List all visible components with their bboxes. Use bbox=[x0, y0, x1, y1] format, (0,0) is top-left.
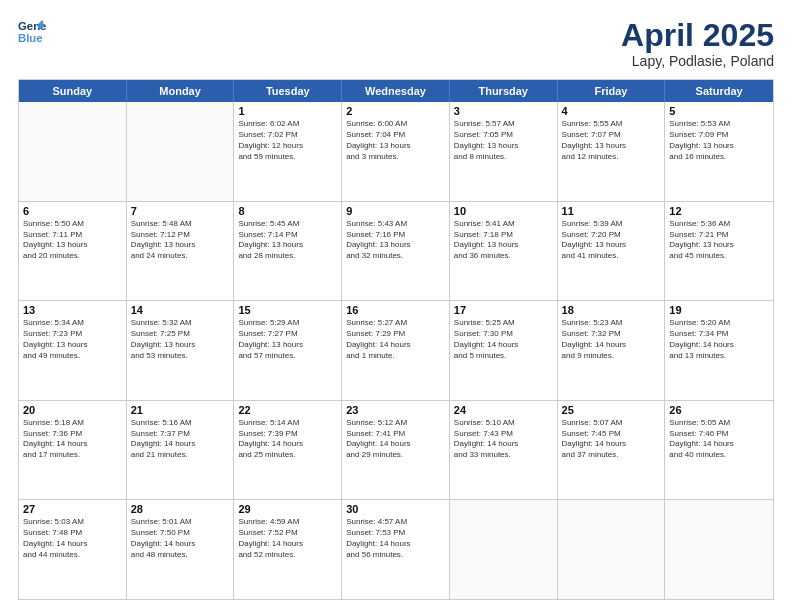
calendar-day: 18Sunrise: 5:23 AM Sunset: 7:32 PM Dayli… bbox=[558, 301, 666, 400]
day-number: 13 bbox=[23, 304, 122, 316]
day-info: Sunrise: 5:25 AM Sunset: 7:30 PM Dayligh… bbox=[454, 318, 553, 361]
day-number: 9 bbox=[346, 205, 445, 217]
empty-cell bbox=[450, 500, 558, 599]
weekday-header: Tuesday bbox=[234, 80, 342, 102]
calendar-day: 30Sunrise: 4:57 AM Sunset: 7:53 PM Dayli… bbox=[342, 500, 450, 599]
weekday-header: Friday bbox=[558, 80, 666, 102]
day-info: Sunrise: 5:01 AM Sunset: 7:50 PM Dayligh… bbox=[131, 517, 230, 560]
calendar-day: 3Sunrise: 5:57 AM Sunset: 7:05 PM Daylig… bbox=[450, 102, 558, 201]
calendar-day: 7Sunrise: 5:48 AM Sunset: 7:12 PM Daylig… bbox=[127, 202, 235, 301]
empty-cell bbox=[19, 102, 127, 201]
calendar-day: 5Sunrise: 5:53 AM Sunset: 7:09 PM Daylig… bbox=[665, 102, 773, 201]
calendar-day: 17Sunrise: 5:25 AM Sunset: 7:30 PM Dayli… bbox=[450, 301, 558, 400]
calendar-day: 2Sunrise: 6:00 AM Sunset: 7:04 PM Daylig… bbox=[342, 102, 450, 201]
day-info: Sunrise: 5:07 AM Sunset: 7:45 PM Dayligh… bbox=[562, 418, 661, 461]
calendar-day: 9Sunrise: 5:43 AM Sunset: 7:16 PM Daylig… bbox=[342, 202, 450, 301]
day-info: Sunrise: 5:03 AM Sunset: 7:48 PM Dayligh… bbox=[23, 517, 122, 560]
day-info: Sunrise: 5:48 AM Sunset: 7:12 PM Dayligh… bbox=[131, 219, 230, 262]
svg-text:Blue: Blue bbox=[18, 32, 43, 44]
day-info: Sunrise: 5:34 AM Sunset: 7:23 PM Dayligh… bbox=[23, 318, 122, 361]
day-number: 12 bbox=[669, 205, 769, 217]
day-info: Sunrise: 5:53 AM Sunset: 7:09 PM Dayligh… bbox=[669, 119, 769, 162]
day-number: 1 bbox=[238, 105, 337, 117]
day-number: 4 bbox=[562, 105, 661, 117]
day-info: Sunrise: 5:45 AM Sunset: 7:14 PM Dayligh… bbox=[238, 219, 337, 262]
day-info: Sunrise: 5:16 AM Sunset: 7:37 PM Dayligh… bbox=[131, 418, 230, 461]
day-number: 3 bbox=[454, 105, 553, 117]
day-info: Sunrise: 5:05 AM Sunset: 7:46 PM Dayligh… bbox=[669, 418, 769, 461]
weekday-header: Thursday bbox=[450, 80, 558, 102]
calendar-day: 21Sunrise: 5:16 AM Sunset: 7:37 PM Dayli… bbox=[127, 401, 235, 500]
day-number: 28 bbox=[131, 503, 230, 515]
calendar-day: 12Sunrise: 5:36 AM Sunset: 7:21 PM Dayli… bbox=[665, 202, 773, 301]
header: General Blue April 2025 Lapy, Podlasie, … bbox=[18, 18, 774, 69]
day-info: Sunrise: 5:10 AM Sunset: 7:43 PM Dayligh… bbox=[454, 418, 553, 461]
day-number: 30 bbox=[346, 503, 445, 515]
day-number: 10 bbox=[454, 205, 553, 217]
day-info: Sunrise: 5:32 AM Sunset: 7:25 PM Dayligh… bbox=[131, 318, 230, 361]
calendar-row: 20Sunrise: 5:18 AM Sunset: 7:36 PM Dayli… bbox=[19, 401, 773, 501]
empty-cell bbox=[665, 500, 773, 599]
calendar-row: 6Sunrise: 5:50 AM Sunset: 7:11 PM Daylig… bbox=[19, 202, 773, 302]
calendar-day: 1Sunrise: 6:02 AM Sunset: 7:02 PM Daylig… bbox=[234, 102, 342, 201]
calendar-body: 1Sunrise: 6:02 AM Sunset: 7:02 PM Daylig… bbox=[19, 102, 773, 599]
day-number: 17 bbox=[454, 304, 553, 316]
day-info: Sunrise: 5:57 AM Sunset: 7:05 PM Dayligh… bbox=[454, 119, 553, 162]
day-info: Sunrise: 5:20 AM Sunset: 7:34 PM Dayligh… bbox=[669, 318, 769, 361]
calendar-day: 8Sunrise: 5:45 AM Sunset: 7:14 PM Daylig… bbox=[234, 202, 342, 301]
day-info: Sunrise: 5:27 AM Sunset: 7:29 PM Dayligh… bbox=[346, 318, 445, 361]
day-info: Sunrise: 5:50 AM Sunset: 7:11 PM Dayligh… bbox=[23, 219, 122, 262]
calendar-day: 6Sunrise: 5:50 AM Sunset: 7:11 PM Daylig… bbox=[19, 202, 127, 301]
logo-icon: General Blue bbox=[18, 18, 46, 46]
page: General Blue April 2025 Lapy, Podlasie, … bbox=[0, 0, 792, 612]
calendar-day: 11Sunrise: 5:39 AM Sunset: 7:20 PM Dayli… bbox=[558, 202, 666, 301]
calendar-day: 29Sunrise: 4:59 AM Sunset: 7:52 PM Dayli… bbox=[234, 500, 342, 599]
day-info: Sunrise: 5:12 AM Sunset: 7:41 PM Dayligh… bbox=[346, 418, 445, 461]
calendar-day: 20Sunrise: 5:18 AM Sunset: 7:36 PM Dayli… bbox=[19, 401, 127, 500]
day-number: 22 bbox=[238, 404, 337, 416]
day-info: Sunrise: 6:00 AM Sunset: 7:04 PM Dayligh… bbox=[346, 119, 445, 162]
title-block: April 2025 Lapy, Podlasie, Poland bbox=[621, 18, 774, 69]
calendar-day: 19Sunrise: 5:20 AM Sunset: 7:34 PM Dayli… bbox=[665, 301, 773, 400]
weekday-header: Monday bbox=[127, 80, 235, 102]
calendar-row: 13Sunrise: 5:34 AM Sunset: 7:23 PM Dayli… bbox=[19, 301, 773, 401]
calendar-day: 28Sunrise: 5:01 AM Sunset: 7:50 PM Dayli… bbox=[127, 500, 235, 599]
calendar-day: 26Sunrise: 5:05 AM Sunset: 7:46 PM Dayli… bbox=[665, 401, 773, 500]
day-number: 5 bbox=[669, 105, 769, 117]
day-number: 15 bbox=[238, 304, 337, 316]
day-number: 27 bbox=[23, 503, 122, 515]
day-info: Sunrise: 4:59 AM Sunset: 7:52 PM Dayligh… bbox=[238, 517, 337, 560]
day-number: 2 bbox=[346, 105, 445, 117]
day-info: Sunrise: 5:18 AM Sunset: 7:36 PM Dayligh… bbox=[23, 418, 122, 461]
calendar-day: 13Sunrise: 5:34 AM Sunset: 7:23 PM Dayli… bbox=[19, 301, 127, 400]
day-number: 14 bbox=[131, 304, 230, 316]
day-number: 20 bbox=[23, 404, 122, 416]
calendar-row: 1Sunrise: 6:02 AM Sunset: 7:02 PM Daylig… bbox=[19, 102, 773, 202]
calendar-header: SundayMondayTuesdayWednesdayThursdayFrid… bbox=[19, 80, 773, 102]
calendar-row: 27Sunrise: 5:03 AM Sunset: 7:48 PM Dayli… bbox=[19, 500, 773, 599]
day-number: 11 bbox=[562, 205, 661, 217]
main-title: April 2025 bbox=[621, 18, 774, 53]
day-number: 19 bbox=[669, 304, 769, 316]
calendar-day: 4Sunrise: 5:55 AM Sunset: 7:07 PM Daylig… bbox=[558, 102, 666, 201]
empty-cell bbox=[127, 102, 235, 201]
calendar-day: 14Sunrise: 5:32 AM Sunset: 7:25 PM Dayli… bbox=[127, 301, 235, 400]
day-number: 23 bbox=[346, 404, 445, 416]
empty-cell bbox=[558, 500, 666, 599]
day-number: 21 bbox=[131, 404, 230, 416]
day-info: Sunrise: 5:39 AM Sunset: 7:20 PM Dayligh… bbox=[562, 219, 661, 262]
day-info: Sunrise: 6:02 AM Sunset: 7:02 PM Dayligh… bbox=[238, 119, 337, 162]
weekday-header: Sunday bbox=[19, 80, 127, 102]
calendar-day: 24Sunrise: 5:10 AM Sunset: 7:43 PM Dayli… bbox=[450, 401, 558, 500]
calendar: SundayMondayTuesdayWednesdayThursdayFrid… bbox=[18, 79, 774, 600]
calendar-day: 23Sunrise: 5:12 AM Sunset: 7:41 PM Dayli… bbox=[342, 401, 450, 500]
day-info: Sunrise: 5:29 AM Sunset: 7:27 PM Dayligh… bbox=[238, 318, 337, 361]
subtitle: Lapy, Podlasie, Poland bbox=[621, 53, 774, 69]
day-info: Sunrise: 5:55 AM Sunset: 7:07 PM Dayligh… bbox=[562, 119, 661, 162]
day-number: 16 bbox=[346, 304, 445, 316]
day-number: 24 bbox=[454, 404, 553, 416]
weekday-header: Wednesday bbox=[342, 80, 450, 102]
day-info: Sunrise: 5:43 AM Sunset: 7:16 PM Dayligh… bbox=[346, 219, 445, 262]
calendar-day: 15Sunrise: 5:29 AM Sunset: 7:27 PM Dayli… bbox=[234, 301, 342, 400]
calendar-day: 27Sunrise: 5:03 AM Sunset: 7:48 PM Dayli… bbox=[19, 500, 127, 599]
